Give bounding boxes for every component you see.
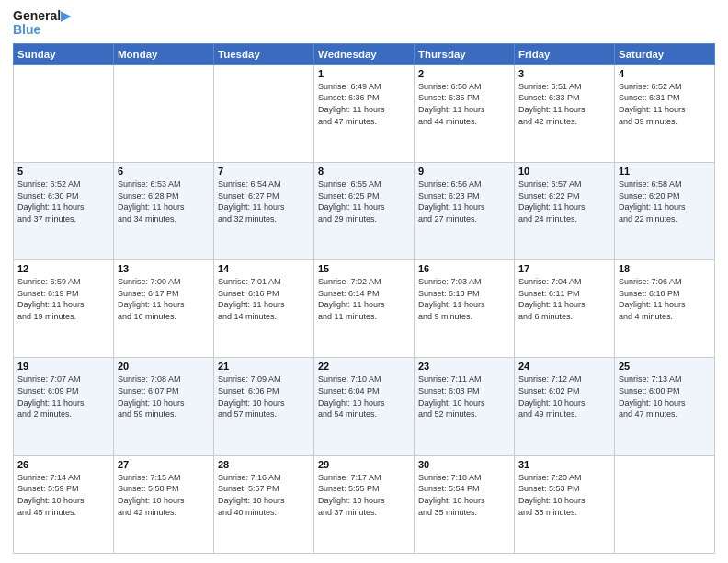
calendar-cell: 18Sunrise: 7:06 AMSunset: 6:10 PMDayligh… (615, 260, 715, 358)
calendar-cell: 25Sunrise: 7:13 AMSunset: 6:00 PMDayligh… (615, 358, 715, 455)
calendar-cell (615, 455, 715, 553)
day-number: 13 (118, 263, 210, 274)
day-number: 8 (318, 166, 410, 177)
calendar-cell: 7Sunrise: 6:54 AMSunset: 6:27 PMDaylight… (214, 163, 314, 260)
day-number: 4 (619, 68, 711, 79)
day-number: 25 (619, 361, 711, 372)
day-info: Sunrise: 7:12 AMSunset: 6:02 PMDaylight:… (518, 373, 610, 419)
logo-line1: General▶ (13, 9, 71, 23)
day-number: 26 (17, 459, 109, 470)
day-number: 1 (318, 68, 410, 79)
day-number: 30 (418, 459, 510, 470)
calendar-cell: 19Sunrise: 7:07 AMSunset: 6:09 PMDayligh… (14, 358, 114, 455)
calendar-cell (114, 64, 214, 162)
weekday-header: Thursday (415, 43, 515, 64)
calendar-cell: 23Sunrise: 7:11 AMSunset: 6:03 PMDayligh… (415, 358, 515, 455)
day-number: 28 (218, 459, 310, 470)
weekday-header-row: SundayMondayTuesdayWednesdayThursdayFrid… (14, 43, 715, 64)
calendar-week-row: 26Sunrise: 7:14 AMSunset: 5:59 PMDayligh… (14, 455, 715, 553)
day-number: 17 (518, 263, 610, 274)
calendar-cell: 29Sunrise: 7:17 AMSunset: 5:55 PMDayligh… (314, 455, 415, 553)
day-info: Sunrise: 7:13 AMSunset: 6:00 PMDaylight:… (619, 373, 711, 419)
day-number: 16 (418, 263, 510, 274)
calendar-week-row: 12Sunrise: 6:59 AMSunset: 6:19 PMDayligh… (14, 260, 715, 358)
weekday-header: Tuesday (214, 43, 314, 64)
day-number: 31 (518, 459, 610, 470)
day-info: Sunrise: 7:20 AMSunset: 5:53 PMDaylight:… (518, 472, 610, 518)
calendar-cell: 27Sunrise: 7:15 AMSunset: 5:58 PMDayligh… (114, 455, 214, 553)
page: General▶ Blue SundayMondayTuesdayWednesd… (0, 0, 728, 563)
calendar-cell: 8Sunrise: 6:55 AMSunset: 6:25 PMDaylight… (314, 163, 415, 260)
weekday-header: Friday (515, 43, 615, 64)
day-info: Sunrise: 7:08 AMSunset: 6:07 PMDaylight:… (118, 373, 210, 419)
day-info: Sunrise: 6:57 AMSunset: 6:22 PMDaylight:… (518, 178, 610, 224)
header: General▶ Blue (13, 9, 715, 38)
calendar-cell: 5Sunrise: 6:52 AMSunset: 6:30 PMDaylight… (14, 163, 114, 260)
day-info: Sunrise: 6:52 AMSunset: 6:30 PMDaylight:… (17, 178, 109, 224)
calendar-cell (14, 64, 114, 162)
day-number: 6 (118, 166, 210, 177)
calendar-cell: 10Sunrise: 6:57 AMSunset: 6:22 PMDayligh… (515, 163, 615, 260)
calendar-cell: 15Sunrise: 7:02 AMSunset: 6:14 PMDayligh… (314, 260, 415, 358)
day-info: Sunrise: 7:10 AMSunset: 6:04 PMDaylight:… (318, 373, 410, 419)
day-number: 21 (218, 361, 310, 372)
weekday-header: Monday (114, 43, 214, 64)
calendar-cell: 24Sunrise: 7:12 AMSunset: 6:02 PMDayligh… (515, 358, 615, 455)
calendar-cell: 13Sunrise: 7:00 AMSunset: 6:17 PMDayligh… (114, 260, 214, 358)
calendar-week-row: 5Sunrise: 6:52 AMSunset: 6:30 PMDaylight… (14, 163, 715, 260)
day-info: Sunrise: 7:06 AMSunset: 6:10 PMDaylight:… (619, 276, 711, 322)
day-number: 18 (619, 263, 711, 274)
day-info: Sunrise: 7:07 AMSunset: 6:09 PMDaylight:… (17, 373, 109, 419)
calendar-week-row: 19Sunrise: 7:07 AMSunset: 6:09 PMDayligh… (14, 358, 715, 455)
day-info: Sunrise: 6:58 AMSunset: 6:20 PMDaylight:… (619, 178, 711, 224)
logo-line2: Blue (13, 23, 40, 37)
day-number: 7 (218, 166, 310, 177)
day-number: 27 (118, 459, 210, 470)
day-info: Sunrise: 7:14 AMSunset: 5:59 PMDaylight:… (17, 472, 109, 518)
day-number: 2 (418, 68, 510, 79)
day-info: Sunrise: 7:02 AMSunset: 6:14 PMDaylight:… (318, 276, 410, 322)
day-info: Sunrise: 6:59 AMSunset: 6:19 PMDaylight:… (17, 276, 109, 322)
calendar-cell: 9Sunrise: 6:56 AMSunset: 6:23 PMDaylight… (415, 163, 515, 260)
day-number: 19 (17, 361, 109, 372)
day-info: Sunrise: 7:03 AMSunset: 6:13 PMDaylight:… (418, 276, 510, 322)
day-number: 5 (17, 166, 109, 177)
day-number: 20 (118, 361, 210, 372)
day-number: 9 (418, 166, 510, 177)
day-number: 14 (218, 263, 310, 274)
day-info: Sunrise: 6:53 AMSunset: 6:28 PMDaylight:… (118, 178, 210, 224)
day-info: Sunrise: 6:55 AMSunset: 6:25 PMDaylight:… (318, 178, 410, 224)
weekday-header: Sunday (14, 43, 114, 64)
calendar-week-row: 1Sunrise: 6:49 AMSunset: 6:36 PMDaylight… (14, 64, 715, 162)
calendar-cell: 28Sunrise: 7:16 AMSunset: 5:57 PMDayligh… (214, 455, 314, 553)
day-info: Sunrise: 6:51 AMSunset: 6:33 PMDaylight:… (518, 81, 610, 127)
day-number: 23 (418, 361, 510, 372)
day-number: 11 (619, 166, 711, 177)
calendar-cell: 17Sunrise: 7:04 AMSunset: 6:11 PMDayligh… (515, 260, 615, 358)
calendar-cell: 20Sunrise: 7:08 AMSunset: 6:07 PMDayligh… (114, 358, 214, 455)
day-info: Sunrise: 7:18 AMSunset: 5:54 PMDaylight:… (418, 472, 510, 518)
calendar-cell: 31Sunrise: 7:20 AMSunset: 5:53 PMDayligh… (515, 455, 615, 553)
day-number: 12 (17, 263, 109, 274)
day-info: Sunrise: 6:56 AMSunset: 6:23 PMDaylight:… (418, 178, 510, 224)
day-info: Sunrise: 7:11 AMSunset: 6:03 PMDaylight:… (418, 373, 510, 419)
calendar-cell: 12Sunrise: 6:59 AMSunset: 6:19 PMDayligh… (14, 260, 114, 358)
calendar-table: SundayMondayTuesdayWednesdayThursdayFrid… (13, 43, 715, 554)
calendar-cell: 4Sunrise: 6:52 AMSunset: 6:31 PMDaylight… (615, 64, 715, 162)
calendar-cell: 30Sunrise: 7:18 AMSunset: 5:54 PMDayligh… (415, 455, 515, 553)
calendar-cell: 21Sunrise: 7:09 AMSunset: 6:06 PMDayligh… (214, 358, 314, 455)
logo: General▶ Blue (13, 9, 71, 38)
day-info: Sunrise: 6:49 AMSunset: 6:36 PMDaylight:… (318, 81, 410, 127)
calendar-cell (214, 64, 314, 162)
calendar-cell: 1Sunrise: 6:49 AMSunset: 6:36 PMDaylight… (314, 64, 415, 162)
day-number: 10 (518, 166, 610, 177)
day-info: Sunrise: 7:09 AMSunset: 6:06 PMDaylight:… (218, 373, 310, 419)
weekday-header: Wednesday (314, 43, 415, 64)
calendar-cell: 11Sunrise: 6:58 AMSunset: 6:20 PMDayligh… (615, 163, 715, 260)
calendar-cell: 22Sunrise: 7:10 AMSunset: 6:04 PMDayligh… (314, 358, 415, 455)
day-number: 22 (318, 361, 410, 372)
day-info: Sunrise: 7:16 AMSunset: 5:57 PMDaylight:… (218, 472, 310, 518)
day-info: Sunrise: 7:04 AMSunset: 6:11 PMDaylight:… (518, 276, 610, 322)
calendar-cell: 26Sunrise: 7:14 AMSunset: 5:59 PMDayligh… (14, 455, 114, 553)
logo-text-block: General▶ Blue (13, 9, 71, 38)
